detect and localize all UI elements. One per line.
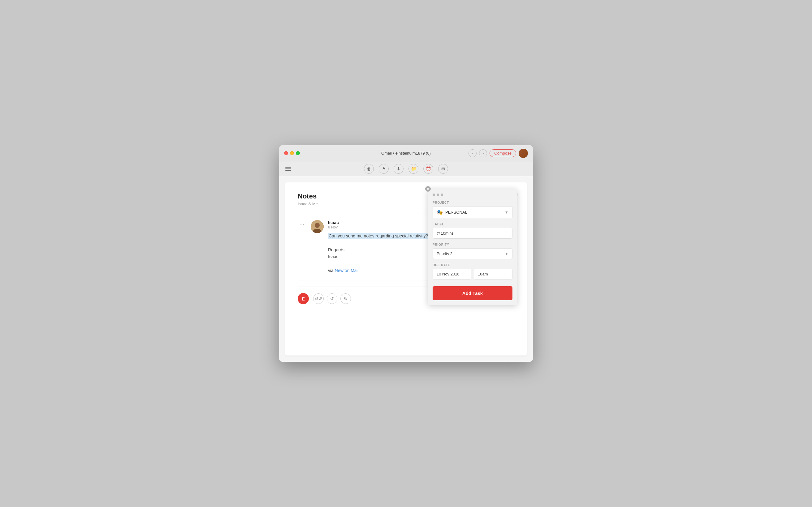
priority-select[interactable]: Priority 2 ▼	[433, 248, 512, 259]
reply-button[interactable]: ↺	[327, 293, 337, 304]
project-select[interactable]: 🎭 PERSONAL ▼	[433, 206, 512, 218]
titlebar: Gmail • einsteinulm1879 (8) ‹ › Compose	[279, 145, 533, 161]
message-footer-line1: Regards,	[328, 247, 346, 252]
project-value: PERSONAL	[445, 210, 467, 215]
due-time-input[interactable]	[474, 269, 512, 279]
label-label: LABEL	[433, 223, 512, 226]
nav-next-button[interactable]: ›	[479, 149, 487, 157]
titlebar-right: ‹ › Compose	[468, 149, 528, 158]
window-title: Gmail • einsteinulm1879 (8)	[381, 151, 431, 156]
trash-icon[interactable]: 🗑	[364, 164, 374, 174]
newton-mail-link[interactable]: Newton Mail	[335, 268, 359, 273]
avatar[interactable]	[519, 149, 528, 158]
nav-prev-button[interactable]: ‹	[468, 149, 476, 157]
message-options-button[interactable]: ···	[298, 220, 306, 229]
priority-chevron-icon: ▼	[505, 251, 508, 256]
svg-point-1	[315, 223, 320, 228]
project-label: PROJECT	[433, 201, 512, 204]
due-date-row	[433, 269, 512, 279]
due-date-field-group: DUE DATE	[433, 264, 512, 279]
toolbar-center: 🗑 ⚑ ⬇ 📁 ⏰ ✉	[364, 164, 448, 174]
maximize-button[interactable]	[296, 151, 300, 155]
folder-icon[interactable]: 📁	[408, 164, 418, 174]
main-content: ☆ Notes Isaac & Me ··· Isaac 8 Nov	[279, 176, 533, 362]
menu-button[interactable]	[284, 166, 292, 172]
close-button[interactable]	[284, 151, 288, 155]
app-window: Gmail • einsteinulm1879 (8) ‹ › Compose …	[279, 145, 533, 362]
add-task-button[interactable]: Add Task	[433, 286, 512, 300]
priority-value: Priority 2	[437, 251, 452, 256]
project-chevron-icon: ▼	[505, 210, 508, 215]
label-input[interactable]	[433, 228, 512, 239]
panel-close-button[interactable]: ✕	[425, 186, 431, 192]
reply-all-button[interactable]: ↺↺	[313, 293, 324, 304]
due-date-label: DUE DATE	[433, 264, 512, 267]
message-footer-line2: Isaac	[328, 254, 338, 259]
flag-icon[interactable]: ⚑	[379, 164, 389, 174]
message-highlighted: Can you send me notes regarding special …	[328, 233, 428, 239]
label-field-group: LABEL	[433, 223, 512, 239]
message-via-prefix: via	[328, 268, 335, 273]
clock-icon[interactable]: ⏰	[423, 164, 433, 174]
toolbar: 🗑 ⚑ ⬇ 📁 ⏰ ✉	[279, 161, 533, 176]
archive-in-icon[interactable]: ⬇	[394, 164, 404, 174]
forward-button[interactable]: ↻	[340, 293, 351, 304]
compose-button[interactable]: Compose	[490, 149, 516, 157]
priority-label: PRIORITY	[433, 243, 512, 246]
task-panel: ✕ PROJECT 🎭 PERSONAL ▼	[428, 188, 517, 305]
traffic-lights	[284, 151, 300, 155]
email-panel: ☆ Notes Isaac & Me ··· Isaac 8 Nov	[285, 182, 527, 355]
project-field-group: PROJECT 🎭 PERSONAL ▼	[433, 201, 512, 218]
sender-avatar	[311, 220, 324, 233]
avatar-image	[519, 149, 528, 158]
minimize-button[interactable]	[290, 151, 294, 155]
reply-actions: ↺↺ ↺ ↻	[313, 293, 351, 304]
project-icon: 🎭	[437, 209, 443, 215]
mail-icon[interactable]: ✉	[438, 164, 448, 174]
reply-avatar: E	[298, 293, 309, 304]
due-date-input[interactable]	[433, 269, 471, 279]
priority-field-group: PRIORITY Priority 2 ▼	[433, 243, 512, 259]
panel-dots	[433, 193, 512, 196]
